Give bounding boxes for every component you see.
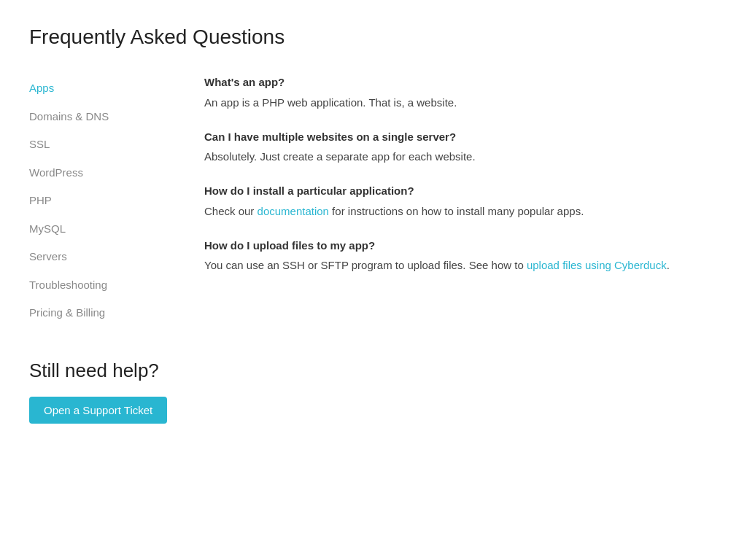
still-need-help-section: Still need help? Open a Support Ticket	[29, 357, 718, 424]
still-need-help-title: Still need help?	[29, 357, 718, 385]
main-layout: Apps Domains & DNS SSL WordPress PHP MyS…	[29, 74, 718, 327]
page-title: Frequently Asked Questions	[29, 22, 718, 52]
sidebar-item-mysql[interactable]: MySQL	[29, 215, 175, 244]
faq-item-1: What's an app? An app is a PHP web appli…	[204, 74, 718, 112]
sidebar-item-domains-dns[interactable]: Domains & DNS	[29, 103, 175, 131]
sidebar-item-ssl[interactable]: SSL	[29, 131, 175, 159]
sidebar-item-apps[interactable]: Apps	[29, 74, 175, 103]
sidebar-item-php[interactable]: PHP	[29, 187, 175, 215]
faq-item-3: How do I install a particular applicatio…	[204, 183, 718, 220]
cyberduck-link[interactable]: upload files using Cyberduck	[527, 259, 667, 271]
faq-question-4: How do I upload files to my app?	[204, 238, 718, 254]
faq-content: What's an app? An app is a PHP web appli…	[204, 74, 718, 327]
sidebar-item-pricing-billing[interactable]: Pricing & Billing	[29, 299, 175, 327]
sidebar: Apps Domains & DNS SSL WordPress PHP MyS…	[29, 74, 175, 327]
faq-item-4: How do I upload files to my app? You can…	[204, 238, 718, 275]
documentation-link[interactable]: documentation	[258, 205, 329, 217]
sidebar-item-troubleshooting[interactable]: Troubleshooting	[29, 271, 175, 300]
faq-answer-1: An app is a PHP web application. That is…	[204, 94, 718, 112]
faq-answer-2: Absolutely. Just create a separate app f…	[204, 148, 718, 166]
sidebar-item-wordpress[interactable]: WordPress	[29, 159, 175, 187]
sidebar-item-servers[interactable]: Servers	[29, 243, 175, 271]
faq-question-3: How do I install a particular applicatio…	[204, 183, 718, 200]
faq-item-2: Can I have multiple websites on a single…	[204, 129, 718, 166]
faq-answer-3: Check our documentation for instructions…	[204, 203, 718, 220]
faq-answer-4: You can use an SSH or SFTP program to up…	[204, 257, 718, 274]
faq-question-1: What's an app?	[204, 74, 718, 91]
open-support-ticket-button[interactable]: Open a Support Ticket	[29, 397, 167, 424]
faq-question-2: Can I have multiple websites on a single…	[204, 129, 718, 146]
